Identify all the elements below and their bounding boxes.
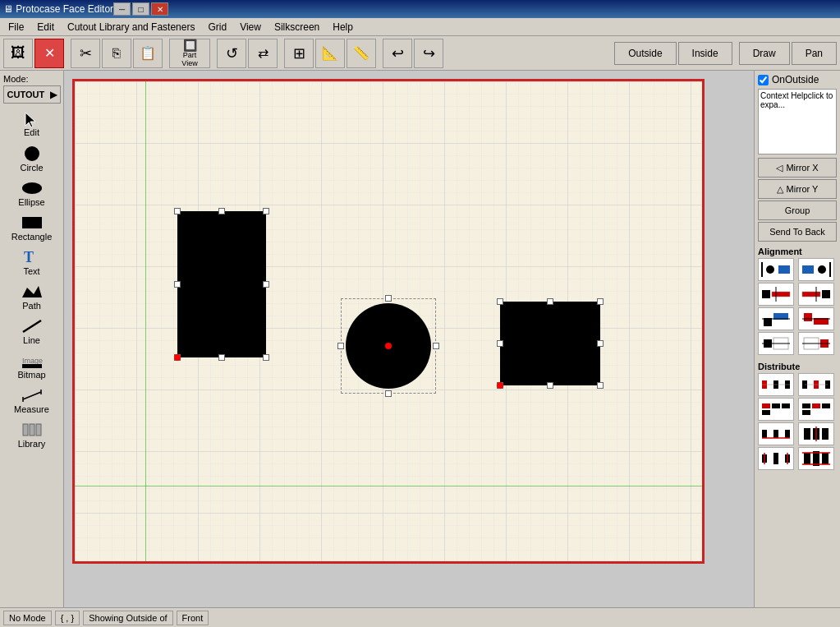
- menu-edit[interactable]: Edit: [30, 20, 61, 35]
- outside-button[interactable]: Outside: [614, 42, 676, 65]
- tool-rectangle[interactable]: Rectangle: [6, 211, 58, 244]
- menu-help[interactable]: Help: [326, 20, 360, 35]
- dist-7[interactable]: [758, 447, 794, 470]
- tool-path-label: Path: [22, 301, 41, 311]
- r2-handle-mr[interactable]: [597, 340, 604, 347]
- close-doc-button[interactable]: ✕: [34, 39, 64, 68]
- undo-button[interactable]: ↩: [383, 39, 412, 68]
- handle-mr[interactable]: [263, 281, 269, 288]
- dist-5[interactable]: [758, 422, 794, 445]
- align-bottom-left[interactable]: [798, 307, 834, 330]
- on-outside-checkbox[interactable]: [758, 75, 769, 85]
- tool-circle[interactable]: Circle: [6, 142, 58, 175]
- r2-handle-tr[interactable]: [597, 298, 604, 305]
- align-hcenter-right[interactable]: [798, 332, 834, 355]
- tool-library[interactable]: Library: [6, 418, 58, 451]
- tool-line[interactable]: Line: [6, 315, 58, 348]
- anchor-red-1: [174, 354, 181, 361]
- r2-handle-tl[interactable]: [497, 298, 503, 305]
- title-bar: 🖥 Protocase Face Editor ─ □ ✕: [0, 0, 840, 18]
- draw-button[interactable]: Draw: [739, 42, 790, 65]
- flip-icon: ⇄: [258, 45, 269, 61]
- r2-handle-tm[interactable]: [547, 298, 553, 305]
- redo-icon: ↪: [423, 44, 435, 62]
- flip-button[interactable]: ⇄: [248, 39, 278, 68]
- send-to-back-button[interactable]: Send To Back: [758, 222, 837, 242]
- pan-button[interactable]: Pan: [792, 42, 837, 65]
- status-bar: No Mode { , } Showing Outside of Front: [0, 607, 840, 627]
- menu-cutout-library[interactable]: Cutout Library and Fasteners: [61, 20, 201, 35]
- dist-1-icon: [760, 376, 792, 394]
- tool-bitmap[interactable]: Image Bitmap: [6, 349, 58, 382]
- inside-button[interactable]: Inside: [678, 42, 732, 65]
- circle-handle-t[interactable]: [385, 295, 392, 302]
- close-button[interactable]: ✕: [151, 2, 168, 16]
- dist-7-icon: [760, 450, 792, 468]
- mirror-x-icon: ◁: [776, 163, 783, 173]
- r2-handle-ml[interactable]: [497, 340, 503, 347]
- size-button[interactable]: 📐: [315, 39, 345, 68]
- mode-badge[interactable]: CUTOUT ▶: [3, 85, 61, 104]
- svg-point-2: [22, 182, 42, 194]
- dist-1[interactable]: [758, 373, 794, 396]
- dist-2[interactable]: [798, 373, 834, 396]
- part-view-button[interactable]: 🔲 PartView: [169, 39, 210, 68]
- align-bl-icon: [801, 310, 832, 328]
- tool-text[interactable]: T Text: [6, 246, 58, 279]
- menu-silkscreen[interactable]: Silkscreen: [268, 20, 326, 35]
- handle-tr[interactable]: [263, 208, 269, 214]
- svg-rect-72: [822, 453, 829, 464]
- paste-button[interactable]: 📋: [133, 39, 163, 68]
- canvas[interactable]: [72, 79, 705, 564]
- cut-button[interactable]: ✂: [71, 39, 100, 68]
- menu-grid[interactable]: Grid: [201, 20, 233, 35]
- r2-handle-br[interactable]: [597, 382, 604, 389]
- align-right-mid[interactable]: [798, 283, 834, 306]
- menu-file[interactable]: File: [2, 20, 30, 35]
- dist-8[interactable]: [798, 447, 834, 470]
- dist-6[interactable]: [798, 422, 834, 445]
- new-button[interactable]: 🖼: [3, 39, 33, 68]
- rotate-button[interactable]: ↺: [217, 39, 246, 68]
- dimension-button[interactable]: 📏: [347, 39, 376, 68]
- handle-tm[interactable]: [218, 208, 225, 214]
- tool-path[interactable]: Path: [6, 280, 58, 313]
- group-button[interactable]: Group: [758, 201, 837, 220]
- align-left-top[interactable]: [758, 258, 794, 281]
- tool-measure[interactable]: Measure: [6, 384, 58, 417]
- align-top-left[interactable]: [758, 307, 794, 330]
- mirror-x-button[interactable]: ◁ Mirror X: [758, 158, 837, 177]
- shape-rect-1[interactable]: [177, 211, 266, 357]
- svg-line-9: [23, 392, 41, 399]
- context-help-box[interactable]: Context Helpclick to expa...: [758, 89, 837, 154]
- handle-br[interactable]: [263, 354, 269, 361]
- handle-ml[interactable]: [174, 281, 181, 288]
- dist-3[interactable]: [758, 398, 794, 421]
- bitmap-tool-icon: Image: [21, 352, 44, 370]
- circle-handle-l[interactable]: [337, 343, 344, 349]
- handle-bm[interactable]: [218, 354, 225, 361]
- align-vcenter-left[interactable]: [758, 332, 794, 355]
- tool-edit[interactable]: Edit: [6, 108, 58, 141]
- grid-button[interactable]: ⊞: [284, 39, 314, 68]
- copy-button[interactable]: ⎘: [102, 39, 131, 68]
- canvas-area[interactable]: [64, 71, 754, 607]
- redo-button[interactable]: ↪: [414, 39, 443, 68]
- path-tool-icon: [21, 283, 44, 301]
- rect-1-fill: [177, 211, 266, 357]
- distribute-grid: [758, 373, 837, 470]
- shape-rect-2[interactable]: [500, 302, 600, 385]
- circle-handle-b[interactable]: [385, 390, 392, 397]
- mirror-y-button[interactable]: △ Mirror Y: [758, 179, 837, 199]
- maximize-button[interactable]: □: [132, 2, 149, 16]
- r2-handle-bm[interactable]: [547, 382, 553, 389]
- minimize-button[interactable]: ─: [113, 2, 131, 16]
- circle-handle-r[interactable]: [433, 343, 439, 349]
- dist-4[interactable]: [798, 398, 834, 421]
- handle-tl[interactable]: [174, 208, 181, 214]
- align-left-mid[interactable]: [758, 283, 794, 306]
- shape-circle-1[interactable]: [346, 303, 431, 389]
- align-right-top[interactable]: [798, 258, 834, 281]
- tool-ellipse[interactable]: Ellipse: [6, 177, 58, 210]
- menu-view[interactable]: View: [233, 20, 268, 35]
